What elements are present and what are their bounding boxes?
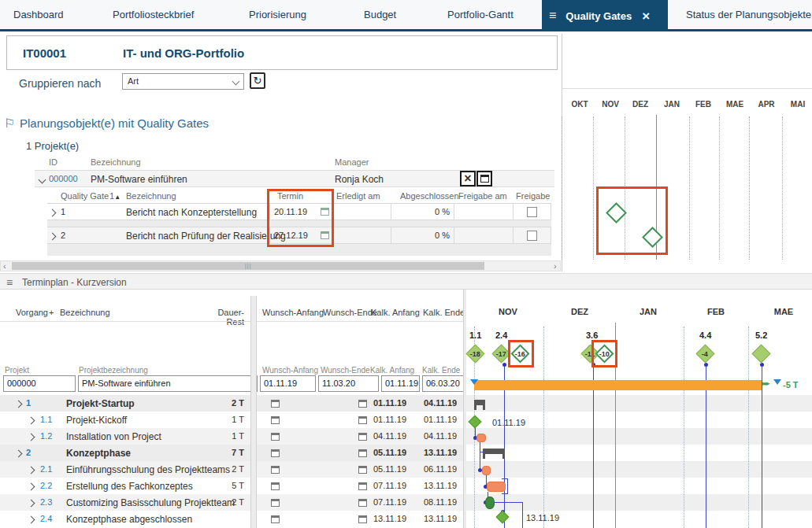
terminplan-gantt-layer: NOVDEZJANFEBMAE▸▸▸-5 T01.11.1913.11.191.… <box>0 290 812 528</box>
gantt-grid <box>689 116 690 260</box>
gantt-lab-ms: 4.4 <box>699 330 711 340</box>
menu-icon[interactable]: ≡ <box>6 276 13 289</box>
gantt-dia-m[interactable] <box>751 344 770 363</box>
gantt-month2: DEZ <box>564 307 595 316</box>
gantt-grid <box>543 327 544 528</box>
gantt-bar[interactable] <box>476 434 486 442</box>
gantt-grid <box>748 327 749 528</box>
gantt-lab-ms: 5.2 <box>755 330 767 340</box>
gantt-month: MAI <box>786 100 810 109</box>
gantt-month2: FEB <box>700 307 732 316</box>
gantt-bar[interactable] <box>482 466 491 475</box>
gantt-dia-m[interactable]: -18 <box>465 344 484 363</box>
gantt-grid <box>593 116 594 260</box>
gantt-mainbar[interactable] <box>474 380 762 390</box>
gantt-month: DEZ <box>628 100 652 109</box>
gantt-grid <box>562 116 562 260</box>
gantt-dia-s[interactable] <box>469 415 482 429</box>
gantt-grid <box>749 116 750 260</box>
gantt-chev3: ▸▸▸ <box>762 379 769 387</box>
gantt-brk <box>502 478 508 494</box>
gantt-lab-date: 13.11.19 <box>526 513 559 522</box>
gantt-month: FEB <box>691 100 715 109</box>
gantt-rbox <box>596 186 668 255</box>
gantt-lab-delay: -5 T <box>783 380 799 390</box>
gantt-vl <box>480 442 480 471</box>
gantt-month: NOV <box>599 100 622 109</box>
terminplan-section-bar[interactable]: ≡ Terminplan - Kurzversion <box>0 273 812 290</box>
gantt-lab-ms: 1.1 <box>469 330 481 340</box>
gantt-month: MAE <box>723 100 747 109</box>
gantt-dot <box>502 363 506 367</box>
gantt-tri <box>470 379 478 385</box>
gantt-sum[interactable] <box>474 400 485 405</box>
gantt-gbar[interactable] <box>485 497 495 509</box>
quality-gates-screen: Dashboard Portfoliosteckbrief Priorisier… <box>0 0 812 528</box>
gantt-month: OKT <box>568 100 591 109</box>
gantt-lab-ms: 2.4 <box>495 330 507 340</box>
gantt-vl <box>762 365 762 528</box>
gantt-month2: NOV <box>492 307 524 316</box>
gantt-grid <box>684 327 684 528</box>
gantt-hl <box>495 502 523 503</box>
gantt-grid <box>719 116 720 260</box>
gantt-lab-date: 01.11.19 <box>492 418 525 427</box>
gantt-grid <box>782 116 783 260</box>
terminplan-title: Terminplan - Kurzversion <box>22 277 127 288</box>
gantt-dia-s[interactable] <box>496 511 510 524</box>
gantt-tri <box>773 379 781 385</box>
gantt-sum[interactable] <box>483 449 505 454</box>
gantt-dia-m[interactable]: -4 <box>695 344 714 363</box>
gantt-month2: MAE <box>768 307 799 316</box>
gantt-rbox <box>508 340 534 367</box>
gantt-month: APR <box>755 100 778 109</box>
gantt-lab-ms: 3.6 <box>586 330 598 340</box>
gantt-month2: JAN <box>632 307 664 316</box>
gantt-rbox <box>591 340 617 367</box>
gantt-vl <box>522 502 523 528</box>
qg-gantt-layer: OKTNOVDEZJANFEBMAEAPRMAI <box>0 0 812 271</box>
gantt-month: JAN <box>660 100 684 109</box>
